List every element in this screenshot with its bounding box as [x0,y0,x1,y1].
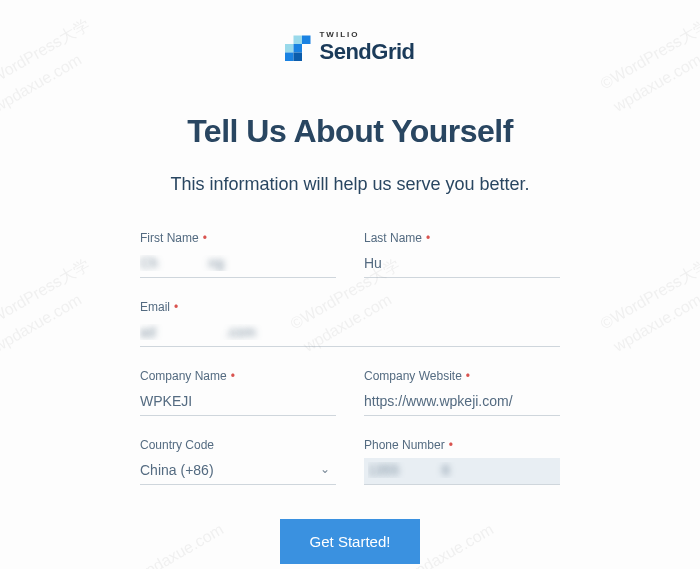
svg-rect-2 [294,35,303,44]
required-marker: • [426,231,430,245]
signup-form-container: TWILIO SendGrid Tell Us About Yourself T… [0,0,700,569]
company-website-field: Company Website • [364,369,560,416]
company-name-input[interactable] [140,389,336,416]
required-marker: • [203,231,207,245]
phone-number-label: Phone Number [364,438,445,452]
email-field: Email • [140,300,560,347]
svg-rect-1 [294,44,303,53]
last-name-input[interactable] [364,251,560,278]
last-name-label: Last Name [364,231,422,245]
company-website-input[interactable] [364,389,560,416]
first-name-field: First Name • [140,231,336,278]
logo-sendgrid-text: SendGrid [319,39,414,65]
first-name-label: First Name [140,231,199,245]
last-name-field: Last Name • [364,231,560,278]
first-name-input[interactable] [140,251,336,278]
page-title: Tell Us About Yourself [187,113,513,150]
required-marker: • [449,438,453,452]
page-subtitle: This information will help us serve you … [170,174,529,195]
company-website-label: Company Website [364,369,462,383]
get-started-button[interactable]: Get Started! [280,519,421,564]
country-code-select[interactable] [140,458,336,485]
company-name-field: Company Name • [140,369,336,416]
email-label: Email [140,300,170,314]
phone-number-input[interactable] [364,458,560,485]
profile-form: First Name • Last Name • Email • [140,231,560,564]
sendgrid-logo-icon [285,35,311,61]
svg-rect-0 [285,44,294,53]
country-code-label: Country Code [140,438,214,452]
svg-rect-5 [294,52,303,61]
required-marker: • [231,369,235,383]
required-marker: • [174,300,178,314]
logo-twilio-text: TWILIO [319,30,414,39]
sendgrid-logo: TWILIO SendGrid [285,30,414,65]
company-name-label: Company Name [140,369,227,383]
phone-number-field: Phone Number • [364,438,560,485]
email-input[interactable] [140,320,560,347]
svg-rect-4 [285,52,294,61]
required-marker: • [466,369,470,383]
svg-rect-3 [302,35,311,44]
country-code-field: Country Code ⌄ [140,438,336,485]
